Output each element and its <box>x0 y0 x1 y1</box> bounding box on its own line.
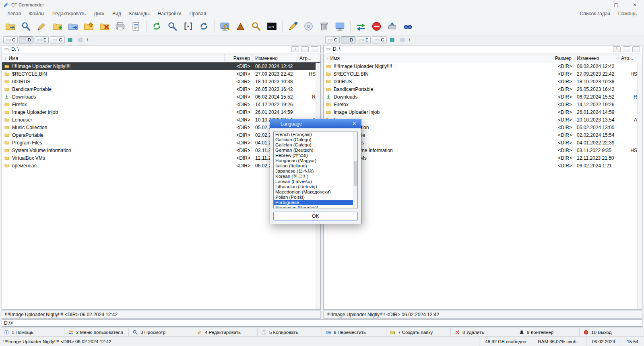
column-header-name[interactable]: ↑Имя <box>2 54 225 62</box>
path-bar-right[interactable]: D: \\..... <box>323 45 642 53</box>
menu-item-left-0[interactable]: Левая <box>3 11 25 16</box>
fn-button-1[interactable]: ?1 Помощь <box>0 328 64 336</box>
refresh-button[interactable] <box>149 19 165 34</box>
file-row[interactable]: !!!!Image Uploader Nigtly!!!!<DIR>06.02.… <box>324 62 642 70</box>
file-row[interactable]: Downloads<DIR>06.02.2024 15:52R <box>2 93 320 101</box>
file-row[interactable]: 000RUS<DIR>18.10.2023 10:38 <box>324 78 642 85</box>
file-row[interactable]: OperaPortable<DIR>02.02.2024 15:54 <box>324 131 642 139</box>
dos-button[interactable]: BIN <box>264 19 280 34</box>
ok-button[interactable]: OK <box>273 212 358 220</box>
drive-button-g[interactable]: G <box>50 36 65 43</box>
menu-item-left-1[interactable]: Файлы <box>25 11 48 16</box>
close-button[interactable]: ✕ <box>625 0 644 10</box>
menu-item-left-3[interactable]: Диск <box>90 11 108 16</box>
file-row[interactable]: !!!!Image Uploader Nigtly!!!!<DIR>06.02.… <box>2 62 320 70</box>
language-option[interactable]: Portuguese <box>274 200 353 205</box>
language-option[interactable]: Romanian (Română) <box>274 205 353 208</box>
file-row[interactable]: временная<DIR>06.02.2024 1:21 <box>324 162 642 169</box>
file-row[interactable]: Downloads<DIR>06.02.2024 15:52R <box>324 93 642 101</box>
plugins-button[interactable] <box>400 19 416 34</box>
column-header-attributes[interactable]: Атр... <box>297 54 320 62</box>
network-drive-button[interactable] <box>388 36 397 43</box>
file-row[interactable]: BandicamPortable<DIR>26.05.2023 16:42 <box>324 85 642 93</box>
pack-button[interactable] <box>81 19 97 34</box>
fn-button-9[interactable]: 9 Контейнер <box>515 328 580 336</box>
language-option[interactable]: Japanese (日本語) <box>274 169 353 174</box>
maximize-button[interactable]: ▢ <box>607 0 625 10</box>
file-row[interactable]: System Volume Information<DIR>03.11.2022… <box>324 146 642 154</box>
connect-button[interactable] <box>2 19 18 34</box>
drive-button-d[interactable]: D <box>341 36 355 43</box>
language-option[interactable]: Galician (Galego) <box>274 142 353 148</box>
file-row[interactable]: $RECYCLE.BIN<DIR>27.09.2023 22:42HS <box>324 70 642 78</box>
column-header-name[interactable]: ↑Имя <box>324 54 546 62</box>
sync-button[interactable] <box>353 19 369 34</box>
fn-button-10[interactable]: 10 Выход <box>580 328 644 336</box>
desktop-button[interactable] <box>332 19 348 34</box>
menu-item-left-7[interactable]: Правая <box>186 11 210 16</box>
menu-item-left-2[interactable]: Редактировать <box>48 11 90 16</box>
column-header-modified[interactable]: Изменено <box>253 54 297 62</box>
language-option[interactable]: Hungarian (Magyar) <box>274 158 353 163</box>
path-button-1[interactable]: .. <box>623 46 630 52</box>
cd-drive-button[interactable] <box>398 36 407 43</box>
language-option[interactable]: French (Français) <box>274 132 353 137</box>
file-row[interactable]: Firefox<DIR>14.12.2022 19:26 <box>324 101 642 108</box>
menu-item-left-4[interactable]: Вид <box>108 11 125 16</box>
delete-button[interactable] <box>97 19 112 34</box>
column-header-modified[interactable]: Изменено <box>574 54 619 62</box>
eject-button[interactable] <box>384 19 400 34</box>
drive-button-c[interactable]: C <box>3 36 18 43</box>
path-button-0[interactable]: \ <box>291 46 299 52</box>
path-bar-left[interactable]: D: \\..... <box>2 45 321 53</box>
network-drive-button[interactable] <box>66 36 75 43</box>
print-button[interactable] <box>112 19 128 34</box>
fn-button-4[interactable]: 4 Редактировать <box>193 328 258 336</box>
drive-button-c[interactable]: C <box>325 36 340 43</box>
path-button-0[interactable]: \ <box>613 46 621 52</box>
language-option[interactable]: Polish (Polski) <box>274 195 353 200</box>
menu-item-right-1[interactable]: Помощь <box>614 11 641 16</box>
file-row[interactable]: Program Files<DIR>04.01.2022 22:39 <box>324 139 642 146</box>
language-list[interactable]: French (Français)Galician (Galego)Galici… <box>273 132 358 208</box>
menu-item-left-6[interactable]: Настройки <box>154 11 186 16</box>
column-header-size[interactable]: Размер <box>546 54 574 62</box>
language-option[interactable]: Korean (한국어) <box>274 174 353 179</box>
file-row[interactable]: Image Uploader injob<DIR>26.01.2024 14:5… <box>2 108 320 116</box>
path-button-2[interactable]: ... <box>632 46 640 52</box>
drive-button-d[interactable]: D <box>19 36 33 43</box>
fn-button-7[interactable]: 7 Создать папку <box>386 328 451 336</box>
vertical-scrollbar[interactable] <box>637 63 642 309</box>
command-line[interactable]: D:\> <box>2 319 642 327</box>
fn-button-2[interactable]: 2 Меню пользователя <box>64 328 129 336</box>
file-row[interactable]: 000RUS<DIR>18.10.2023 10:38 <box>2 78 320 85</box>
file-row[interactable]: Lenouser<DIR>10.10.2023 13:54A <box>324 116 642 124</box>
quick-view-button[interactable] <box>217 19 233 34</box>
language-option[interactable]: Italian (Italiano) <box>274 163 353 169</box>
edit-button[interactable] <box>34 19 50 34</box>
minimize-button[interactable]: – <box>588 0 607 10</box>
menu-item-right-0[interactable]: Список задач <box>576 11 614 16</box>
chart-button[interactable] <box>233 19 248 34</box>
find-files-button[interactable] <box>248 19 264 34</box>
column-header-size[interactable]: Размер <box>225 54 253 62</box>
reload-button[interactable] <box>196 19 212 34</box>
cd-drive-button[interactable] <box>76 36 85 43</box>
file-row[interactable]: Music Collection<DIR>05.02.2024 13:00 <box>324 124 642 131</box>
column-header-attributes[interactable]: Атр... <box>619 54 642 62</box>
dialog-title-bar[interactable]: Language ✕ <box>270 119 361 128</box>
fn-button-6[interactable]: 6 Переместить <box>322 328 386 336</box>
search-button[interactable] <box>18 19 34 34</box>
language-option[interactable]: Galician (Galego) <box>274 137 353 142</box>
drive-button-e[interactable]: E <box>357 36 371 43</box>
file-row[interactable]: VirtualBox VMs<DIR>12.11.2023 21:50 <box>324 154 642 162</box>
file-row[interactable]: BandicamPortable<DIR>26.05.2023 16:42 <box>2 85 320 93</box>
stop-button[interactable] <box>369 19 384 34</box>
dialog-close-icon[interactable]: ✕ <box>350 119 358 128</box>
archive-button[interactable] <box>316 19 332 34</box>
fn-button-5[interactable]: 5 Копировать <box>258 328 322 336</box>
file-row[interactable]: Image Uploader injob<DIR>26.01.2024 14:5… <box>324 108 642 116</box>
language-option[interactable]: German (Deutsch) <box>274 148 353 153</box>
path-button-2[interactable]: ... <box>311 46 318 52</box>
language-option[interactable]: Macedonian (Македонски) <box>274 189 353 195</box>
